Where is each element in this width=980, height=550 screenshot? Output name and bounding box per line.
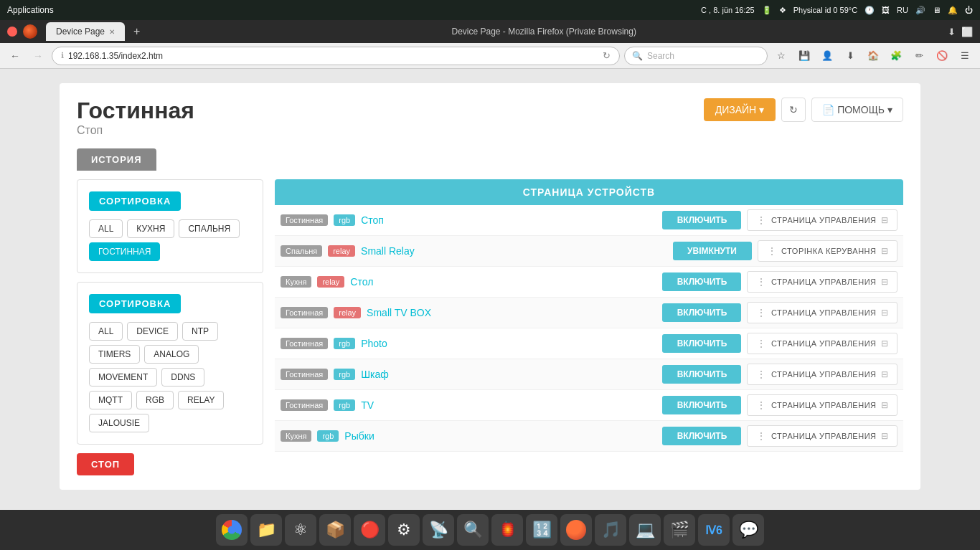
device-toggle-button[interactable]: ВКЛЮЧИТЬ [662,211,741,229]
taskbar-files[interactable]: 📁 [250,514,282,546]
sort-btn-jalousie[interactable]: JALOUSIE [89,414,149,432]
control-page-button[interactable]: ⋮ СТРАНИЦА УПРАВЛЕНИЯ ⊟ [747,271,897,293]
sort-btn-relay[interactable]: RELAY [178,391,224,409]
taskbar-vlc[interactable]: 🎬 [664,514,695,546]
device-toggle-button[interactable]: УВІМКНУТИ [673,242,752,260]
sort-btn-analog[interactable]: ANALOG [144,345,199,364]
sort-btn-all-2[interactable]: ALL [89,322,123,341]
device-name[interactable]: Рыбки [344,430,656,442]
device-toggle-button[interactable]: ВКЛЮЧИТЬ [662,427,741,445]
control-page-button[interactable]: ⋮ СТРАНИЦА УПРАВЛЕНИЯ ⊟ [747,333,897,354]
refresh-page-button[interactable]: ↻ [781,98,806,122]
save-page-button[interactable]: 💾 [795,47,814,65]
address-bar[interactable]: ℹ 192.168.1.35/index2.htm ↻ [52,47,620,65]
reader-mode-button[interactable]: 👤 [818,47,837,65]
forward-button[interactable]: → [29,47,47,65]
sort-btn-movement[interactable]: MOVEMENT [89,368,157,387]
device-toggle-button[interactable]: ВКЛЮЧИТЬ [662,334,741,353]
device-name[interactable]: Шкаф [361,369,656,380]
sort-btn-rgb[interactable]: RGB [136,391,174,409]
design-button[interactable]: ДИЗАЙН ▾ [704,98,776,121]
sort-btn-gostinnaya[interactable]: ГОСТИННАЯ [89,242,160,261]
dots-icon: ⋮ [756,214,767,226]
stop-button[interactable]: СТОП [77,453,134,475]
device-name[interactable]: TV [361,399,656,411]
device-toggle-button[interactable]: ВКЛЮЧИТЬ [662,365,741,384]
device-type-tag: relay [328,245,355,257]
control-page-button[interactable]: ⋮ СТОРІНКА КЕРУВАННЯ ⊟ [758,240,897,262]
control-page-button[interactable]: ⋮ СТРАНИЦА УПРАВЛЕНИЯ ⊟ [747,209,897,231]
power-icon[interactable]: ⏻ [965,6,973,14]
control-page-label: СТОРІНКА КЕРУВАННЯ [781,247,876,255]
browser-close-button[interactable] [7,27,17,37]
control-page-button[interactable]: ⋮ СТРАНИЦА УПРАВЛЕНИЯ ⊟ [747,302,897,323]
device-toggle-button[interactable]: ВКЛЮЧИТЬ [662,396,741,414]
refresh-button[interactable]: ↻ [603,50,611,61]
history-tab[interactable]: ИСТОРИЯ [77,148,156,171]
sort-btn-spalnya[interactable]: СПАЛЬНЯ [179,219,240,238]
restore-icon[interactable]: ⬜ [961,27,973,37]
taskbar-chrome[interactable] [216,514,248,546]
taskbar-firefox[interactable] [560,514,592,546]
taskbar-skype[interactable]: 💬 [732,514,764,546]
taskbar-search[interactable]: 🔍 [457,514,489,546]
device-name[interactable]: Small Relay [361,245,666,257]
control-page-button[interactable]: ⋮ СТРАНИЦА УПРАВЛЕНИЯ ⊟ [747,425,897,447]
control-page-button[interactable]: ⋮ СТРАНИЦА УПРАВЛЕНИЯ ⊟ [747,394,897,416]
applications-menu[interactable]: Applications [7,5,54,15]
sliders-icon: ⊟ [881,431,889,441]
menu-button[interactable]: ☰ [956,47,974,65]
sort-btn-ntp[interactable]: NTP [182,322,218,341]
display-icon: 🖥 [933,6,941,14]
device-toggle-button[interactable]: ВКЛЮЧИТЬ [662,303,741,322]
device-name[interactable]: Стоп [361,214,656,226]
private-icon: 🚫 [933,47,951,65]
device-list-header: СТРАНИЦА УСТРОЙСТВ [275,179,903,205]
device-row: Гостинная rgb Шкаф ВКЛЮЧИТЬ ⋮ СТРАНИЦА У… [275,359,903,390]
taskbar-iv6[interactable]: Ⅳ6 [698,514,730,546]
control-page-button[interactable]: ⋮ СТРАНИЦА УПРАВЛЕНИЯ ⊟ [747,364,897,385]
download-btn[interactable]: ⬇ [841,47,859,65]
home-button[interactable]: 🏠 [864,47,882,65]
device-room-tag: Спальня [281,245,322,257]
search-bar[interactable]: 🔍 Search [624,47,768,65]
sort-btn-ddns[interactable]: DDNS [161,368,204,387]
taskbar-terminal[interactable]: 💻 [629,514,661,546]
taskbar-music[interactable]: 🎵 [595,514,626,546]
tab-close-button[interactable]: ✕ [109,28,115,36]
taskbar-calculator[interactable]: 🔢 [526,514,557,546]
edit-button[interactable]: ✏ [910,47,928,65]
help-button[interactable]: 📄 ПОМОЩЬ ▾ [811,98,903,122]
back-button[interactable]: ← [6,47,24,65]
browser-tab[interactable]: Device Page ✕ [46,22,125,41]
sort-btn-timers[interactable]: TIMERS [89,345,140,364]
taskbar-kde[interactable]: 🏮 [491,514,523,546]
bookmark-star-button[interactable]: ☆ [772,47,791,65]
new-tab-button[interactable]: + [133,25,140,38]
search-placeholder: Search [647,51,674,61]
taskbar-package[interactable]: 📦 [319,514,351,546]
device-type-tag: rgb [317,430,339,442]
sidebar: СОРТИРОВКА ALL КУХНЯ СПАЛЬНЯ ГОСТИННАЯ С… [77,179,263,475]
sort-btn-kuhnya[interactable]: КУХНЯ [127,219,174,238]
extensions-button[interactable]: 🧩 [887,47,905,65]
sort-btn-device[interactable]: DEVICE [127,322,178,341]
device-name[interactable]: Photo [361,338,656,349]
device-room-tag: Кухня [281,276,311,288]
device-room-tag: Гостинная [281,399,328,411]
sliders-icon: ⊟ [881,308,889,318]
taskbar-red1[interactable]: 🔴 [354,514,385,546]
control-page-label: СТРАНИЦА УПРАВЛЕНИЯ [771,216,877,224]
header-actions: ДИЗАЙН ▾ ↻ 📄 ПОМОЩЬ ▾ [704,98,903,122]
sort-btn-all[interactable]: ALL [89,219,123,238]
download-icon[interactable]: ⬇ [948,27,956,37]
device-toggle-button[interactable]: ВКЛЮЧИТЬ [662,272,741,291]
taskbar-filezilla[interactable]: 📡 [423,514,454,546]
taskbar-atom[interactable]: ⚛ [285,514,316,546]
taskbar-settings[interactable]: ⚙ [388,514,420,546]
page-title: Гостинная [77,98,194,124]
sort-btn-mqtt[interactable]: MQTT [89,391,132,409]
device-name[interactable]: Small TV BOX [367,307,656,318]
clock-icon: 🕐 [864,6,875,15]
device-name[interactable]: Стол [350,276,656,288]
